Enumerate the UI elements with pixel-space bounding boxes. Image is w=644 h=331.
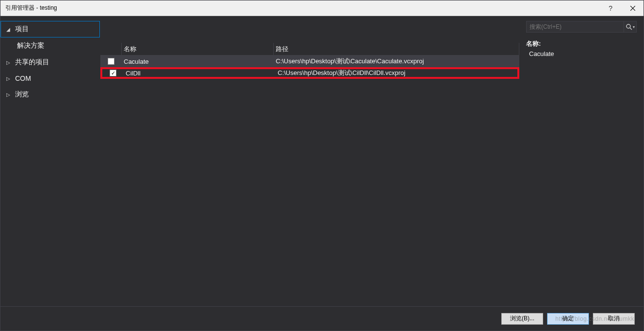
help-button[interactable]: ? (600, 0, 622, 16)
row-name-cell: Caculate (122, 58, 274, 65)
main-area: 名称 路径 Caculate C:\Users\hp\Desktop\测试\Ca… (100, 16, 644, 306)
detail-name-label: 名称: (526, 39, 637, 48)
sidebar-item-projects[interactable]: ◢ 项目 (0, 21, 100, 37)
sidebar-item-com[interactable]: ▷ COM (0, 71, 100, 86)
sidebar: ◢ 项目 解决方案 ▷ 共享的项目 ▷ COM ▷ 浏览 (0, 16, 100, 306)
search-icon (625, 23, 632, 30)
svg-line-1 (630, 28, 632, 30)
detail-name-value: Caculate (526, 50, 637, 57)
column-header-name[interactable]: 名称 (122, 43, 274, 55)
reference-list: 名称 路径 Caculate C:\Users\hp\Desktop\测试\Ca… (100, 16, 519, 306)
cancel-button[interactable]: 取消 (593, 313, 635, 325)
sidebar-item-label: COM (15, 74, 31, 82)
list-body: Caculate C:\Users\hp\Desktop\测试\Caculate… (100, 55, 519, 306)
svg-point-0 (626, 24, 630, 28)
chevron-right-icon: ▷ (6, 92, 12, 97)
search-button[interactable]: ▾ (624, 21, 636, 32)
footer: 浏览(B)... 确定 取消 (0, 306, 644, 331)
chevron-down-icon: ◢ (6, 27, 12, 32)
close-button[interactable] (622, 0, 644, 16)
sidebar-item-label: 共享的项目 (15, 58, 49, 67)
row-checkbox-cell (100, 58, 122, 65)
sidebar-item-label: 浏览 (15, 90, 29, 99)
checkbox[interactable]: ✓ (110, 70, 116, 76)
close-icon (630, 6, 635, 11)
list-header: 名称 路径 (100, 43, 519, 55)
dropdown-icon: ▾ (633, 25, 635, 29)
sidebar-item-browse[interactable]: ▷ 浏览 (0, 86, 100, 103)
chevron-right-icon: ▷ (6, 60, 12, 65)
search-box: ▾ (526, 21, 637, 33)
row-path-cell: C:\Users\hp\Desktop\测试\CilDll\CilDll.vcx… (276, 69, 517, 77)
browse-button[interactable]: 浏览(B)... (501, 313, 543, 325)
checkbox[interactable] (108, 58, 114, 65)
sidebar-item-label: 项目 (15, 25, 29, 34)
window-title: 引用管理器 - testing (5, 4, 600, 12)
content-area: ◢ 项目 解决方案 ▷ 共享的项目 ▷ COM ▷ 浏览 (0, 16, 644, 306)
chevron-right-icon: ▷ (6, 76, 12, 81)
row-path-cell: C:\Users\hp\Desktop\测试\Caculate\Caculate… (274, 57, 519, 66)
ok-button[interactable]: 确定 (547, 313, 589, 325)
sidebar-item-shared-projects[interactable]: ▷ 共享的项目 (0, 54, 100, 71)
table-row[interactable]: Caculate C:\Users\hp\Desktop\测试\Caculate… (100, 55, 519, 67)
row-checkbox-cell: ✓ (102, 70, 124, 76)
search-input[interactable] (527, 23, 624, 30)
column-header-checkbox[interactable] (100, 43, 122, 55)
sidebar-item-label: 解决方案 (17, 41, 44, 49)
row-name-cell: CilDll (124, 70, 276, 77)
reference-manager-window: 引用管理器 - testing ? ◢ 项目 解决方案 ▷ 共享的项目 ▷ CO… (0, 0, 644, 331)
titlebar: 引用管理器 - testing ? (0, 0, 644, 16)
sidebar-item-solution[interactable]: 解决方案 (0, 37, 100, 54)
table-row[interactable]: ✓ CilDll C:\Users\hp\Desktop\测试\CilDll\C… (100, 67, 519, 79)
column-header-path[interactable]: 路径 (274, 43, 519, 55)
detail-panel: ▾ 名称: Caculate (519, 16, 644, 306)
